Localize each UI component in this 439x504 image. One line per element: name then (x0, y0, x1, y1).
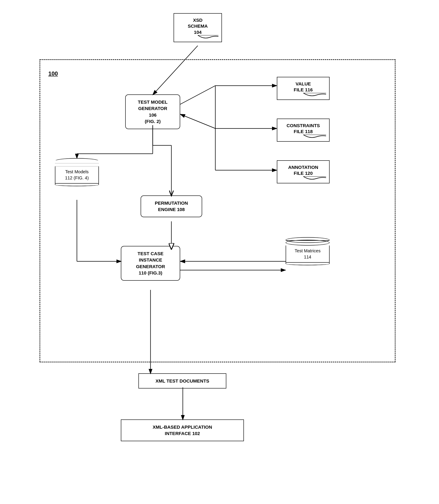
value-file-text: VALUEFILE 116 (294, 81, 313, 92)
xsd-schema-node: XSDSCHEMA104 (174, 13, 222, 42)
xml-test-documents-node: XML TEST DOCUMENTS (138, 373, 226, 388)
test-case-instance-generator-box: TEST CASEINSTANCEGENERATOR110 (FIG.3) (121, 246, 180, 281)
permutation-engine-node: PERMUTATIONENGINE 108 (141, 195, 202, 217)
cyl-stripe1 (55, 163, 99, 167)
test-model-generator-node: TEST MODELGENERATOR106(FIG. 2) (125, 95, 180, 129)
xml-test-documents-text: XML TEST DOCUMENTS (156, 378, 209, 384)
xml-test-documents-box: XML TEST DOCUMENTS (138, 373, 226, 388)
value-file-box: VALUEFILE 116 (277, 77, 329, 100)
permutation-engine-box: PERMUTATIONENGINE 108 (141, 195, 202, 217)
system-label: 100 (48, 70, 58, 77)
system-boundary (39, 59, 395, 362)
cyl-bottom (55, 183, 99, 186)
annotation-file-box: ANNOTATIONFILE 120 (277, 160, 329, 183)
test-models-cylinder-body: Test Models112 (FIG. 4) (55, 167, 99, 184)
xml-app-interface-box: XML-BASED APPLICATIONINTERFACE 102 (121, 420, 244, 441)
cyl-stripe2 (55, 160, 99, 163)
test-model-generator-text: TEST MODELGENERATOR106(FIG. 2) (138, 99, 167, 124)
test-models-text: Test Models112 (FIG. 4) (65, 169, 89, 180)
xml-app-interface-node: XML-BASED APPLICATIONINTERFACE 102 (121, 420, 244, 441)
permutation-engine-text: PERMUTATIONENGINE 108 (155, 201, 188, 212)
test-matrices-cyl-bottom (286, 262, 329, 265)
test-case-instance-generator-text: TEST CASEINSTANCEGENERATOR110 (FIG.3) (136, 251, 165, 276)
test-matrices-node: Test Matrices114 (286, 237, 329, 265)
test-matrices-text: Test Matrices114 (295, 248, 321, 259)
constraints-file-box: CONSTRAINTSFILE 118 (277, 119, 329, 142)
test-case-instance-generator-node: TEST CASEINSTANCEGENERATOR110 (FIG.3) (121, 246, 180, 281)
constraints-file-text: CONSTRAINTSFILE 118 (287, 123, 320, 134)
annotation-file-text: ANNOTATIONFILE 120 (288, 165, 318, 176)
test-models-node: Test Models112 (FIG. 4) (55, 158, 99, 186)
xml-app-interface-text: XML-BASED APPLICATIONINTERFACE 102 (153, 424, 212, 436)
constraints-file-node: CONSTRAINTSFILE 118 (277, 119, 329, 142)
annotation-file-node: ANNOTATIONFILE 120 (277, 160, 329, 183)
value-file-node: VALUEFILE 116 (277, 77, 329, 100)
xsd-schema-box: XSDSCHEMA104 (174, 13, 222, 42)
test-matrices-cylinder-body: Test Matrices114 (286, 246, 329, 263)
test-model-generator-box: TEST MODELGENERATOR106(FIG. 2) (125, 95, 180, 129)
xsd-schema-text: XSDSCHEMA104 (188, 18, 208, 35)
test-matrices-cylinder-rim (286, 240, 329, 246)
